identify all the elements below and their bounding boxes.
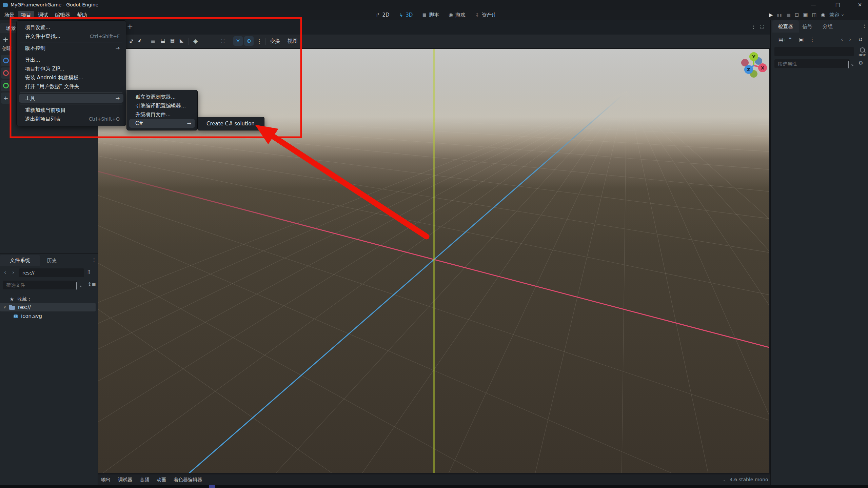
filter-files-input[interactable] (3, 281, 77, 289)
sun-env-options-icon[interactable]: ⋮ (256, 38, 262, 44)
menu-separator (17, 103, 126, 106)
maximize-button[interactable]: □ (833, 2, 843, 8)
tab-assetlib[interactable]: ↧资产库 (475, 12, 497, 18)
create-3d-scene-button[interactable] (1, 67, 11, 79)
ruler-icon[interactable]: ◣ (180, 38, 183, 43)
scale-mode-icon[interactable]: ↔ (127, 37, 135, 45)
minimize-button[interactable]: — (808, 2, 818, 8)
tab-signals[interactable]: 信号 (802, 23, 812, 30)
open-docs-icon[interactable]: DOC (857, 47, 867, 57)
stop-button[interactable]: ■ (787, 13, 791, 18)
menu-item-version-control[interactable]: 版本控制→ (17, 44, 126, 53)
create-ui-scene-button[interactable] (1, 80, 11, 91)
tab-history[interactable]: 历史 (47, 258, 57, 264)
new-resource-icon[interactable]: ▤+ (778, 37, 786, 43)
history-back-icon[interactable]: ‹ (841, 36, 843, 43)
preview-environment-toggle[interactable]: ⊕ (244, 36, 254, 46)
extra-tools-icon[interactable]: ⚙ (859, 60, 863, 66)
object-history-icon[interactable]: ↺ (859, 37, 863, 43)
menu-item-pack-zip[interactable]: 项目打包为 ZIP... (17, 64, 126, 73)
nav-forward-icon[interactable]: › (12, 269, 14, 276)
dock-menu-icon[interactable]: ⋮ (92, 257, 97, 263)
panel-output[interactable]: 输出 (101, 477, 111, 483)
history-forward-icon[interactable]: › (849, 36, 851, 43)
menu-item-project-settings[interactable]: 项目设置... (17, 23, 126, 32)
renderer-select[interactable]: 兼容∨ (829, 12, 844, 18)
nav-back-icon[interactable]: ‹ (4, 269, 6, 276)
snap-magnet-icon[interactable]: ∷ (221, 38, 225, 44)
panel-audio[interactable]: 音频 (140, 477, 149, 483)
menu-item-export[interactable]: 导出... (17, 56, 126, 64)
scene-tab-strip: + ⋮ ⛶ (98, 20, 770, 35)
create-other-node-button[interactable]: + (1, 93, 11, 104)
tab-2d[interactable]: ↱2D (376, 12, 390, 18)
tab-script[interactable]: ≣脚本 (422, 12, 439, 18)
save-resource-icon[interactable]: ▣ (799, 37, 804, 43)
panel-shader-editor[interactable]: 着色器编辑器 (174, 477, 202, 483)
menu-item-engine-compilation-config[interactable]: 引擎编译配置编辑器... (127, 101, 197, 110)
view-axis-gizmo[interactable]: Y X Z (734, 47, 773, 85)
menu-item-install-android-template[interactable]: 安装 Android 构建模板... (17, 73, 126, 82)
play-movie-icon[interactable]: ▣ (803, 12, 808, 18)
menu-item-orphan-resource-explorer[interactable]: 孤立资源浏览器... (127, 93, 197, 101)
play-remote-icon[interactable]: ⊡ (795, 12, 799, 18)
search-icon (76, 282, 77, 290)
root-folder-label: res:// (18, 304, 31, 310)
expander-icon[interactable]: ∨ (3, 305, 6, 309)
panel-debugger[interactable]: 调试器 (118, 477, 132, 483)
menu-item-create-csharp-solution[interactable]: Create C# solution (198, 119, 264, 128)
add-node-icon[interactable]: + (3, 35, 8, 43)
menu-editor[interactable]: 编辑器 (52, 11, 73, 19)
dock-menu-icon[interactable]: ⋮ (862, 23, 867, 29)
tab-filesystem[interactable]: 文件系统 (0, 255, 40, 266)
menu-scene[interactable]: 场景 (1, 11, 17, 19)
menu-item-reload-project[interactable]: 重新加载当前项目 (17, 106, 126, 115)
menu-item-csharp[interactable]: C#→ (129, 119, 195, 128)
gizmo-z-label: Z (747, 67, 750, 72)
menu-help[interactable]: 帮助 (74, 11, 90, 19)
viewport-3d[interactable] (98, 49, 769, 473)
movie-maker-icon[interactable]: ◉ (821, 12, 825, 18)
window-title: MyGFrameworkGame - Godot Engine (11, 2, 98, 7)
panel-animation[interactable]: 动画 (157, 477, 166, 483)
menu-item-quit-to-project-list[interactable]: 退出到项目列表Ctrl+Shift+Q (17, 115, 126, 123)
node-name-bar (774, 47, 854, 56)
lock-icon[interactable]: ⬓ (161, 38, 165, 43)
play-custom-scene-icon[interactable]: ◫ (812, 12, 817, 18)
tree-row-root[interactable]: ∨ res:// (0, 303, 96, 311)
create-2d-scene-button[interactable] (1, 55, 11, 66)
new-scene-tab-icon[interactable]: + (127, 22, 133, 31)
menu-bar: 场景 项目 调试 编辑器 帮助 ↱2D ↳3D ≣脚本 ◉游戏 ↧资产库 (0, 10, 868, 20)
menu-item-find-in-files[interactable]: 在文件中查找...Ctrl+Shift+F (17, 32, 126, 41)
gizmo-cube-icon[interactable]: ◈ (193, 38, 198, 44)
select-mode-icon[interactable]: ► (136, 37, 143, 43)
menu-debug[interactable]: 调试 (35, 11, 51, 19)
menu-item-upgrade-project-files[interactable]: 升级项目文件... (127, 110, 197, 119)
tab-game[interactable]: ◉游戏 (449, 12, 466, 18)
tab-groups[interactable]: 分组 (823, 23, 833, 30)
group-icon[interactable]: ▦ (170, 38, 175, 43)
transform-menu[interactable]: 变换 (270, 38, 280, 44)
folder-icon (9, 306, 15, 310)
2d-scene-icon (3, 58, 9, 63)
play-button[interactable]: ▶ (769, 12, 773, 18)
split-view-icon[interactable]: ▯ (87, 268, 91, 275)
expand-viewport-icon[interactable]: ⛶ (760, 24, 764, 30)
tab-3d[interactable]: ↳3D (399, 12, 413, 18)
list-select-icon[interactable]: ≡ (151, 38, 155, 44)
preview-sunlight-toggle[interactable]: ☀ (233, 36, 243, 46)
chevron-down-icon: ∨ (841, 13, 844, 17)
menu-project[interactable]: 项目 (18, 11, 34, 19)
filter-properties-input[interactable] (774, 59, 850, 68)
tab-options-icon[interactable]: ⋮ (751, 24, 756, 30)
sort-files-icon[interactable]: ↕≡ (87, 281, 96, 287)
tree-row-file[interactable]: icon.svg (14, 312, 42, 320)
path-input[interactable] (19, 268, 84, 277)
menu-item-tools[interactable]: 工具→ (19, 94, 123, 103)
resource-options-icon[interactable]: ⋮ (810, 37, 815, 43)
tab-inspector[interactable]: 检查器 (772, 20, 799, 33)
view-menu[interactable]: 视图 (288, 38, 298, 44)
menu-item-open-user-data-folder[interactable]: 打开 “用户数据” 文件夹 (17, 82, 126, 91)
close-button[interactable]: × (855, 2, 865, 8)
pause-button[interactable]: ▮▮ (777, 13, 783, 17)
